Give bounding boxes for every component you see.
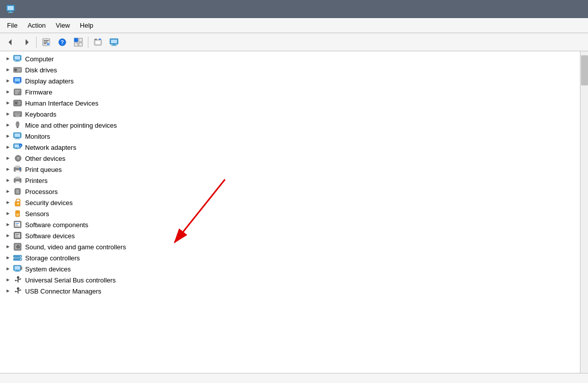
tree-item[interactable]: Keyboards xyxy=(0,109,580,120)
svg-marker-83 xyxy=(7,168,10,171)
expand-chevron[interactable] xyxy=(4,66,12,74)
svg-rect-9 xyxy=(44,43,47,44)
svg-rect-42 xyxy=(15,83,20,84)
svg-rect-47 xyxy=(15,93,18,94)
tree-item[interactable]: Sensors xyxy=(0,208,580,219)
expand-chevron[interactable] xyxy=(4,121,12,129)
svg-rect-142 xyxy=(20,278,21,279)
svg-rect-23 xyxy=(111,40,117,43)
expand-chevron[interactable] xyxy=(4,210,12,218)
tree-item[interactable]: Computer xyxy=(0,53,580,64)
svg-rect-36 xyxy=(17,69,21,70)
tree-item[interactable]: Disk drives xyxy=(0,64,580,75)
expand-chevron[interactable] xyxy=(4,110,12,118)
menu-file[interactable]: File xyxy=(2,20,23,31)
back-icon xyxy=(7,38,15,46)
expand-chevron[interactable] xyxy=(4,254,12,262)
toggle-view-button[interactable] xyxy=(71,35,86,49)
device-label: Sound, video and game controllers xyxy=(25,243,126,251)
svg-marker-54 xyxy=(7,113,10,116)
menu-help[interactable]: Help xyxy=(75,20,98,31)
svg-marker-74 xyxy=(7,146,10,149)
expand-chevron[interactable] xyxy=(4,99,12,107)
expand-chevron[interactable] xyxy=(4,187,12,196)
menu-action[interactable]: Action xyxy=(23,20,51,31)
device-label: Keyboards xyxy=(25,111,56,118)
title-bar xyxy=(0,0,588,18)
tree-item[interactable]: USB Connector Managers xyxy=(0,285,580,297)
tree-item[interactable]: ?Other devices xyxy=(0,153,580,164)
svg-marker-101 xyxy=(7,201,10,204)
expand-chevron[interactable] xyxy=(4,276,12,284)
expand-chevron[interactable] xyxy=(4,232,12,240)
tree-item[interactable]: NNetwork adapters xyxy=(0,142,580,153)
tree-item[interactable]: Firmware xyxy=(0,86,580,98)
update-button[interactable] xyxy=(90,35,105,49)
svg-marker-108 xyxy=(7,223,10,226)
tree-item[interactable]: Security devices xyxy=(0,197,580,208)
svg-rect-72 xyxy=(16,138,19,139)
tree-item[interactable]: Software components xyxy=(0,219,580,230)
svg-rect-40 xyxy=(15,78,20,82)
device-icon-disk xyxy=(13,66,23,74)
svg-marker-21 xyxy=(98,38,101,40)
svg-marker-4 xyxy=(9,39,12,45)
device-icon-storage xyxy=(13,254,23,262)
tree-item[interactable]: Universal Serial Bus controllers xyxy=(0,274,580,285)
app-icon xyxy=(6,5,15,14)
expand-chevron[interactable] xyxy=(4,287,12,295)
tree-item[interactable]: Printers xyxy=(0,175,580,186)
device-label: Monitors xyxy=(25,133,50,140)
main-content: ComputerDisk drivesDisplay adaptersFirmw… xyxy=(0,51,588,373)
menu-view[interactable]: View xyxy=(51,20,75,31)
help-button[interactable]: ? xyxy=(55,35,70,49)
forward-button[interactable] xyxy=(19,35,34,49)
expand-chevron[interactable] xyxy=(4,176,12,184)
expand-chevron[interactable] xyxy=(4,243,12,251)
svg-rect-51 xyxy=(18,102,21,102)
svg-rect-46 xyxy=(15,91,19,92)
svg-rect-77 xyxy=(16,148,18,149)
tree-item[interactable]: Monitors xyxy=(0,131,580,142)
tree-item[interactable]: Software devices xyxy=(0,230,580,241)
scrollbar-thumb[interactable] xyxy=(581,55,588,85)
svg-marker-65 xyxy=(7,124,10,127)
minimize-button[interactable] xyxy=(511,0,534,18)
svg-rect-19 xyxy=(95,41,100,44)
device-icon-monitor xyxy=(13,55,23,63)
expand-chevron[interactable] xyxy=(4,88,12,96)
svg-text:N: N xyxy=(20,144,22,147)
tree-item[interactable]: Mice and other pointing devices xyxy=(0,120,580,131)
back-button[interactable] xyxy=(3,35,18,49)
tree-item[interactable]: Storage controllers xyxy=(0,252,580,263)
expand-chevron[interactable] xyxy=(4,55,12,63)
tree-item[interactable]: Processors xyxy=(0,186,580,197)
expand-chevron[interactable] xyxy=(4,265,12,273)
expand-chevron[interactable] xyxy=(4,154,12,162)
svg-marker-104 xyxy=(7,212,10,215)
svg-rect-45 xyxy=(15,90,20,91)
expand-chevron[interactable] xyxy=(4,132,12,140)
svg-rect-25 xyxy=(111,45,117,46)
expand-chevron[interactable] xyxy=(4,143,12,151)
maximize-button[interactable] xyxy=(535,0,558,18)
svg-rect-1 xyxy=(8,6,14,10)
expand-chevron[interactable] xyxy=(4,221,12,229)
tree-item[interactable]: Sound, video and game controllers xyxy=(0,241,580,252)
properties-button[interactable]: ? xyxy=(39,35,54,49)
expand-chevron[interactable] xyxy=(4,77,12,85)
device-icon-print xyxy=(13,165,23,173)
tree-item[interactable]: System devices xyxy=(0,263,580,274)
tree-item[interactable]: Display adapters xyxy=(0,75,580,86)
tree-area[interactable]: ComputerDisk drivesDisplay adaptersFirmw… xyxy=(0,51,580,373)
computer-button[interactable] xyxy=(106,35,122,49)
svg-rect-58 xyxy=(18,113,19,114)
svg-point-50 xyxy=(15,102,17,104)
scrollbar[interactable] xyxy=(580,51,588,373)
tree-item[interactable]: Human Interface Devices xyxy=(0,98,580,109)
expand-chevron[interactable] xyxy=(4,199,12,207)
tree-item[interactable]: Print queues xyxy=(0,164,580,175)
svg-marker-80 xyxy=(7,157,10,160)
close-button[interactable] xyxy=(559,0,582,18)
expand-chevron[interactable] xyxy=(4,165,12,173)
